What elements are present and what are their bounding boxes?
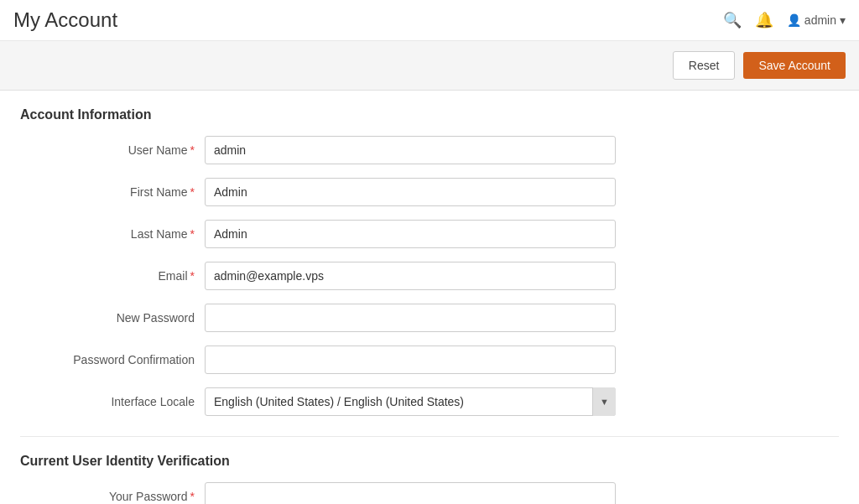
username-input[interactable] xyxy=(205,136,616,164)
password-confirm-row: Password Confirmation xyxy=(20,346,839,374)
save-account-button[interactable]: Save Account xyxy=(743,52,846,79)
your-password-input[interactable] xyxy=(205,482,616,504)
new-password-row: New Password xyxy=(20,304,839,332)
user-icon: 👤 xyxy=(787,13,801,27)
bell-icon[interactable]: 🔔 xyxy=(755,11,773,29)
lastname-label: Last Name* xyxy=(20,227,205,241)
page-title: My Account xyxy=(13,8,117,32)
firstname-input[interactable] xyxy=(205,178,616,206)
username-row: User Name* xyxy=(20,136,839,164)
username-required-star: * xyxy=(190,143,195,157)
interface-locale-label: Interface Locale xyxy=(20,395,205,408)
reset-button[interactable]: Reset xyxy=(673,51,736,80)
firstname-label: First Name* xyxy=(20,185,205,199)
email-row: Email* xyxy=(20,262,839,290)
firstname-row: First Name* xyxy=(20,178,839,206)
dropdown-icon: ▾ xyxy=(840,13,846,27)
identity-section-title: Current User Identity Verification xyxy=(20,454,839,469)
interface-locale-select[interactable]: English (United States) / English (Unite… xyxy=(205,387,616,416)
email-input[interactable] xyxy=(205,262,616,290)
your-password-row: Your Password* xyxy=(20,482,839,504)
password-confirm-input[interactable] xyxy=(205,346,616,374)
firstname-required-star: * xyxy=(190,185,195,199)
password-confirm-label: Password Confirmation xyxy=(20,353,205,366)
lastname-required-star: * xyxy=(190,227,195,241)
top-nav: My Account 🔍 🔔 👤 admin ▾ xyxy=(0,0,859,41)
user-label: admin xyxy=(804,13,836,27)
username-label: User Name* xyxy=(20,143,205,157)
lastname-row: Last Name* xyxy=(20,220,839,248)
email-required-star: * xyxy=(190,269,195,283)
your-password-label: Your Password* xyxy=(20,490,205,503)
new-password-input[interactable] xyxy=(205,304,616,332)
identity-verification-section: Current User Identity Verification Your … xyxy=(20,454,839,504)
interface-locale-row: Interface Locale English (United States)… xyxy=(20,387,839,416)
user-menu[interactable]: 👤 admin ▾ xyxy=(787,13,846,27)
email-label: Email* xyxy=(20,269,205,283)
account-section-title: Account Information xyxy=(20,107,839,122)
search-icon[interactable]: 🔍 xyxy=(723,11,742,29)
toolbar: Reset Save Account xyxy=(0,41,859,91)
account-information-section: Account Information User Name* First Nam… xyxy=(20,107,839,416)
content-area: Account Information User Name* First Nam… xyxy=(0,91,859,504)
new-password-label: New Password xyxy=(20,311,205,325)
lastname-input[interactable] xyxy=(205,220,616,248)
section-divider xyxy=(20,436,839,437)
nav-actions: 🔍 🔔 👤 admin ▾ xyxy=(723,11,846,29)
your-password-required-star: * xyxy=(190,490,195,503)
interface-locale-select-wrapper: English (United States) / English (Unite… xyxy=(205,387,616,416)
